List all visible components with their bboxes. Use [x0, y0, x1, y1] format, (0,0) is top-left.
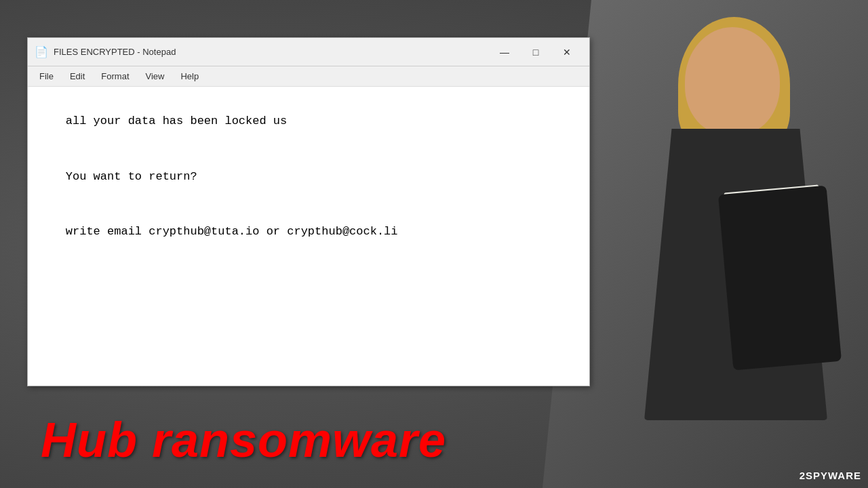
- binder: [718, 186, 842, 371]
- window-controls: — □ ✕: [489, 42, 583, 62]
- notepad-window: 📄 FILES ENCRYPTED - Notepad — □ ✕ File E…: [27, 37, 590, 386]
- content-line3: write email crypthub@tuta.io or crypthub…: [66, 225, 398, 238]
- menu-bar: File Edit Format View Help: [28, 66, 589, 87]
- menu-format[interactable]: Format: [93, 68, 137, 84]
- head: [685, 27, 780, 136]
- watermark: 2SPYWARE: [800, 470, 861, 481]
- maximize-button[interactable]: □: [520, 42, 551, 62]
- menu-file[interactable]: File: [31, 68, 62, 84]
- close-button[interactable]: ✕: [551, 42, 583, 62]
- window-title: FILES ENCRYPTED - Notepad: [54, 47, 176, 57]
- menu-edit[interactable]: Edit: [62, 68, 93, 84]
- minimize-button[interactable]: —: [489, 42, 520, 62]
- menu-view[interactable]: View: [138, 68, 173, 84]
- title-bar: 📄 FILES ENCRYPTED - Notepad — □ ✕: [28, 38, 589, 66]
- content-line2: You want to return?: [66, 170, 197, 183]
- title-bar-left: 📄 FILES ENCRYPTED - Notepad: [35, 45, 176, 59]
- bottom-title: Hub ransomware: [41, 412, 446, 468]
- notepad-content[interactable]: all your data has been locked us You wan…: [28, 87, 589, 386]
- menu-help[interactable]: Help: [172, 68, 207, 84]
- notepad-icon: 📄: [35, 45, 48, 59]
- content-line1: all your data has been locked us: [66, 115, 287, 127]
- watermark-text: 2SPYWARE: [800, 470, 861, 481]
- woman-image: [542, 0, 868, 488]
